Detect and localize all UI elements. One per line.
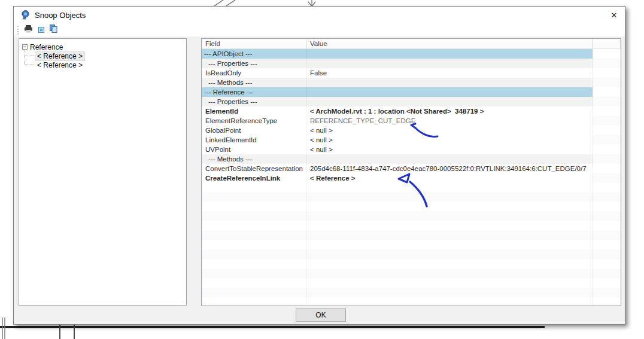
- empty-table-row: [202, 298, 621, 306]
- empty-table-row: [202, 231, 621, 240]
- spacer-cell: [593, 68, 621, 78]
- table-row[interactable]: CreateReferenceInLink< Reference >: [202, 173, 621, 183]
- value-cell: [307, 59, 593, 68]
- tree-connector: [25, 56, 34, 56]
- tree-item-label: < Reference >: [35, 52, 84, 60]
- empty-table-row: [202, 212, 621, 221]
- value-cell: < null >: [307, 135, 593, 145]
- value-cell: [307, 97, 593, 106]
- value-cell: < null >: [307, 145, 593, 154]
- print-preview-icon[interactable]: [38, 25, 44, 35]
- toolbar-grip[interactable]: [17, 26, 19, 35]
- field-cell: --- Properties ---: [202, 59, 307, 68]
- table-row[interactable]: --- Properties ---: [202, 59, 621, 68]
- empty-table-row: [202, 259, 621, 269]
- empty-table-row: [202, 202, 621, 212]
- spacer-cell: [593, 221, 621, 231]
- spacer-cell: [593, 59, 621, 68]
- field-cell: --- Methods ---: [202, 154, 307, 164]
- tree-item-reference[interactable]: < Reference >: [35, 60, 84, 69]
- spacer-cell: [593, 164, 621, 173]
- value-cell: [307, 212, 593, 221]
- ok-button[interactable]: OK: [296, 309, 346, 322]
- value-cell: [307, 279, 593, 288]
- field-cell: [202, 212, 307, 221]
- value-cell: < null >: [307, 126, 593, 135]
- spacer-cell: [593, 259, 621, 269]
- spacer-cell: [593, 145, 621, 154]
- spacer-cell: [593, 78, 621, 87]
- field-cell: --- Reference ---: [202, 87, 307, 97]
- tree-item-reference[interactable]: < Reference >: [35, 51, 84, 60]
- field-cell: ConvertToStableRepresentation: [202, 164, 307, 173]
- tree-connector: [25, 65, 34, 65]
- snoop-logo-icon: [21, 10, 30, 20]
- toolbar: [14, 23, 625, 36]
- reference-tree: Reference < Reference >< Reference >: [19, 38, 187, 306]
- empty-table-row: [202, 279, 621, 288]
- table-row[interactable]: --- Properties ---: [202, 97, 621, 106]
- window-title: Snoop Objects: [35, 11, 86, 20]
- spacer-cell: [593, 212, 621, 221]
- spacer-cell: [593, 202, 621, 212]
- table-row[interactable]: --- Reference ---: [202, 87, 621, 97]
- spacer-cell: [593, 231, 621, 240]
- spacer-cell: [593, 116, 621, 126]
- column-header-spacer: [593, 39, 621, 48]
- print-icon[interactable]: [24, 25, 33, 35]
- spacer-cell: [593, 269, 621, 279]
- column-header-value[interactable]: Value: [307, 39, 593, 48]
- value-cell: [307, 298, 593, 306]
- table-row[interactable]: --- Methods ---: [202, 78, 621, 87]
- spacer-cell: [593, 106, 621, 116]
- value-cell: < ArchModel.rvt : 1 : location <Not Shar…: [307, 106, 593, 116]
- table-row[interactable]: IsReadOnlyFalse: [202, 68, 621, 78]
- table-row[interactable]: ElementReferenceTypeREFERENCE_TYPE_CUT_E…: [202, 116, 621, 126]
- table-row[interactable]: --- Methods ---: [202, 154, 621, 164]
- value-cell: [307, 49, 593, 59]
- field-cell: [202, 269, 307, 279]
- copy-icon[interactable]: [50, 25, 57, 35]
- value-cell: [307, 240, 593, 250]
- value-cell: False: [307, 68, 593, 78]
- spacer-cell: [593, 250, 621, 259]
- field-cell: --- APIObject ---: [202, 49, 307, 59]
- table-row[interactable]: ConvertToStableRepresentation205d4c68-11…: [202, 164, 621, 173]
- empty-table-row: [202, 193, 621, 202]
- column-header-field[interactable]: Field: [202, 39, 307, 48]
- spacer-cell: [593, 279, 621, 288]
- table-row[interactable]: UVPoint< null >: [202, 145, 621, 154]
- empty-table-row: [202, 250, 621, 259]
- table-row[interactable]: LinkedElementId< null >: [202, 135, 621, 145]
- value-cell: [307, 202, 593, 212]
- table-row[interactable]: GlobalPoint< null >: [202, 126, 621, 135]
- empty-table-row: [202, 221, 621, 231]
- tree-item-label: < Reference >: [35, 61, 84, 69]
- spacer-cell: [593, 126, 621, 135]
- field-cell: CreateReferenceInLink: [202, 173, 307, 183]
- close-icon[interactable]: ✕: [607, 8, 621, 22]
- field-cell: UVPoint: [202, 145, 307, 154]
- field-cell: [202, 279, 307, 288]
- empty-table-row: [202, 269, 621, 279]
- field-cell: [202, 193, 307, 202]
- table-row[interactable]: --- APIObject ---: [202, 49, 621, 59]
- tree-root[interactable]: Reference: [22, 42, 63, 51]
- value-cell: [307, 269, 593, 279]
- spacer-cell: [593, 135, 621, 145]
- title-bar[interactable]: Snoop Objects ✕: [14, 7, 625, 23]
- field-cell: [202, 288, 307, 298]
- value-cell: REFERENCE_TYPE_CUT_EDGE: [307, 116, 593, 126]
- spacer-cell: [593, 97, 621, 106]
- empty-table-row: [202, 240, 621, 250]
- value-cell: [307, 87, 593, 97]
- field-cell: ElementReferenceType: [202, 116, 307, 126]
- spacer-cell: [593, 49, 621, 59]
- field-cell: [202, 259, 307, 269]
- value-cell: [307, 78, 593, 87]
- table-row[interactable]: ElementId< ArchModel.rvt : 1 : location …: [202, 106, 621, 116]
- empty-table-row: [202, 288, 621, 298]
- snoop-objects-dialog: Snoop Objects ✕ Referenc: [13, 6, 625, 325]
- spacer-cell: [593, 193, 621, 202]
- value-cell: [307, 183, 593, 193]
